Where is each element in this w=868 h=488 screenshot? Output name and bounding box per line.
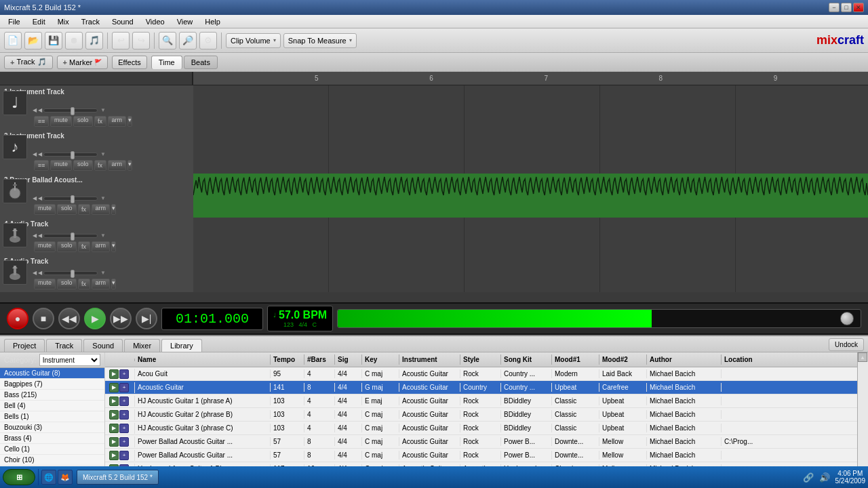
menu-help[interactable]: Help bbox=[199, 16, 226, 27]
fx-icon[interactable]: fx bbox=[78, 279, 90, 289]
category-item[interactable]: Choir (10) bbox=[0, 455, 104, 466]
vol-right-arrow[interactable]: ◀ bbox=[38, 195, 42, 201]
save-button[interactable]: 💾 bbox=[45, 32, 62, 49]
category-item[interactable]: Brass (4) bbox=[0, 433, 104, 444]
vol-right-arrow[interactable]: ◀ bbox=[38, 232, 42, 239]
mute-button[interactable]: mute bbox=[50, 116, 72, 127]
mute-button[interactable]: mute bbox=[34, 241, 56, 252]
undock-button[interactable]: Undock bbox=[829, 338, 864, 351]
solo-button[interactable]: solo bbox=[57, 241, 77, 252]
library-row[interactable]: ▶ + HJ Acoustic Guitar 3 (phrase C) 103 … bbox=[105, 422, 857, 435]
fx-icon[interactable]: fx bbox=[78, 241, 90, 252]
open-button[interactable]: 📂 bbox=[24, 32, 42, 49]
volume-knob[interactable] bbox=[840, 312, 854, 325]
add-icon[interactable]: + bbox=[119, 410, 129, 420]
add-icon[interactable]: + bbox=[119, 451, 129, 460]
play-icon[interactable]: ▶ bbox=[109, 383, 119, 392]
col-mood1[interactable]: Mood#1 bbox=[552, 354, 599, 365]
arm-dropdown[interactable]: ▾ bbox=[127, 160, 132, 171]
add-icon[interactable]: + bbox=[119, 424, 129, 433]
menu-edit[interactable]: Edit bbox=[27, 16, 51, 27]
render-button[interactable]: 🎵 bbox=[85, 32, 103, 49]
solo-button[interactable]: solo bbox=[57, 204, 77, 215]
add-icon[interactable]: + bbox=[119, 383, 129, 392]
volume-slider[interactable] bbox=[43, 271, 98, 275]
stop-button[interactable]: ■ bbox=[33, 308, 54, 329]
vol-left-arrow[interactable]: ◀ bbox=[33, 107, 37, 113]
close-button[interactable]: ✕ bbox=[853, 3, 864, 12]
library-row[interactable]: ▶ + HJ Acoustic Guitar 1 (phrase A) 103 … bbox=[105, 394, 857, 408]
record-button[interactable]: ● bbox=[7, 308, 28, 329]
category-item[interactable]: Acoustic Guitar (8) bbox=[0, 368, 104, 379]
play-icon[interactable]: ▶ bbox=[109, 369, 119, 379]
fast-forward-button[interactable]: ▶▶ bbox=[110, 308, 132, 329]
arm-button[interactable]: arm bbox=[92, 241, 111, 252]
scroll-up-button[interactable]: ▲ bbox=[858, 352, 867, 362]
arm-button[interactable]: arm bbox=[92, 204, 111, 215]
tab-beats[interactable]: Beats bbox=[184, 56, 218, 69]
effects-button[interactable]: Effects bbox=[112, 56, 146, 69]
clip-volume-dropdown[interactable]: Clip Volume ▾ bbox=[226, 33, 281, 48]
col-style[interactable]: Style bbox=[460, 354, 501, 365]
category-item[interactable]: Bouzouki (3) bbox=[0, 422, 104, 433]
add-marker-button[interactable]: + Marker 🚩 bbox=[57, 56, 108, 69]
play-icon[interactable]: ▶ bbox=[109, 437, 119, 447]
undo-button[interactable]: ↩ bbox=[112, 32, 130, 49]
master-volume[interactable] bbox=[337, 309, 861, 328]
col-name[interactable]: Name bbox=[135, 354, 271, 365]
add-icon[interactable]: + bbox=[119, 437, 129, 447]
vol-right-arrow[interactable]: ◀ bbox=[38, 151, 42, 157]
rewind-button[interactable]: ◀◀ bbox=[58, 308, 80, 329]
add-icon[interactable]: + bbox=[119, 396, 129, 406]
library-row[interactable]: ▶ + Acou Guit 95 4 4/4 C maj Acoustic Gu… bbox=[105, 367, 857, 381]
vol-right-arrow[interactable]: ◀ bbox=[38, 270, 42, 276]
fx-icon[interactable]: fx bbox=[94, 160, 106, 171]
vol-right-arrow[interactable]: ◀ bbox=[38, 107, 42, 113]
vol-left-arrow[interactable]: ◀ bbox=[33, 195, 37, 201]
col-location[interactable]: Location bbox=[722, 354, 857, 365]
redo-button[interactable]: ↪ bbox=[132, 32, 150, 49]
zoom-in-button[interactable]: 🔎 bbox=[179, 32, 197, 49]
menu-file[interactable]: File bbox=[3, 16, 26, 27]
menu-sound[interactable]: Sound bbox=[106, 16, 139, 27]
menu-view[interactable]: View bbox=[172, 16, 199, 27]
library-row[interactable]: ▶ + HJ Acoustic Guitar 2 (phrase B) 103 … bbox=[105, 408, 857, 422]
add-track-button[interactable]: + Track 🎵 bbox=[4, 56, 53, 69]
vol-left-arrow[interactable]: ◀ bbox=[33, 232, 37, 239]
new-button[interactable]: 📄 bbox=[4, 32, 22, 49]
arm-dropdown[interactable]: ▾ bbox=[127, 116, 132, 127]
minimize-button[interactable]: − bbox=[829, 3, 840, 12]
library-scrollbar[interactable]: ▲ ▼ bbox=[857, 352, 868, 476]
category-dropdown[interactable]: Instrument bbox=[39, 354, 100, 366]
volume-slider[interactable] bbox=[43, 152, 98, 157]
zoom-out-button[interactable]: 🔍 bbox=[159, 32, 176, 49]
category-item[interactable]: Bell (4) bbox=[0, 401, 104, 411]
fx-icon[interactable]: fx bbox=[94, 116, 106, 127]
track-1-content[interactable] bbox=[193, 85, 868, 129]
play-icon[interactable]: ▶ bbox=[109, 451, 119, 460]
midi-icon[interactable]: ≡≡ bbox=[34, 116, 49, 127]
tab-track[interactable]: Track bbox=[46, 339, 82, 352]
play-icon[interactable]: ▶ bbox=[109, 410, 119, 420]
menu-track[interactable]: Track bbox=[76, 16, 105, 27]
start-button[interactable]: ⊞ bbox=[3, 469, 35, 485]
arm-dropdown[interactable]: ▾ bbox=[111, 204, 116, 215]
tab-time[interactable]: Time bbox=[151, 56, 182, 69]
menu-mix[interactable]: Mix bbox=[52, 16, 75, 27]
end-button[interactable]: ▶| bbox=[136, 308, 157, 329]
menu-video[interactable]: Video bbox=[140, 16, 170, 27]
snap-dropdown[interactable]: Snap To Measure ▾ bbox=[283, 33, 357, 48]
record-button[interactable]: ⏺ bbox=[65, 32, 83, 49]
col-key[interactable]: Key bbox=[362, 354, 399, 365]
arm-button[interactable]: arm bbox=[92, 279, 111, 289]
category-item[interactable]: Bells (1) bbox=[0, 411, 104, 422]
category-item[interactable]: Bass (215) bbox=[0, 390, 104, 401]
play-button[interactable]: ▶ bbox=[84, 308, 106, 329]
col-songkit[interactable]: Song Kit bbox=[501, 354, 552, 365]
col-author[interactable]: Author bbox=[647, 354, 722, 365]
library-row[interactable]: ▶ + Power Ballad Acoustic Guitar ... 57 … bbox=[105, 449, 857, 462]
arm-dropdown[interactable]: ▾ bbox=[111, 279, 116, 289]
tab-project[interactable]: Project bbox=[4, 339, 45, 352]
library-row[interactable]: ▶ + Power Ballad Acoustic Guitar ... 57 … bbox=[105, 435, 857, 449]
track-4-content[interactable] bbox=[193, 218, 868, 255]
